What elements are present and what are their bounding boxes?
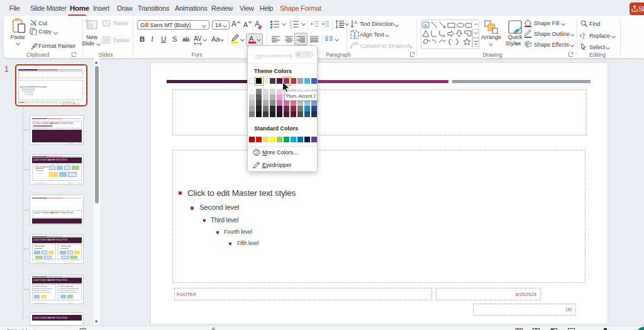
svg-text:3: 3 — [290, 26, 292, 28]
svg-text:c: c — [582, 35, 585, 39]
svg-text:A: A — [354, 20, 358, 25]
svg-text:A: A — [424, 23, 427, 28]
